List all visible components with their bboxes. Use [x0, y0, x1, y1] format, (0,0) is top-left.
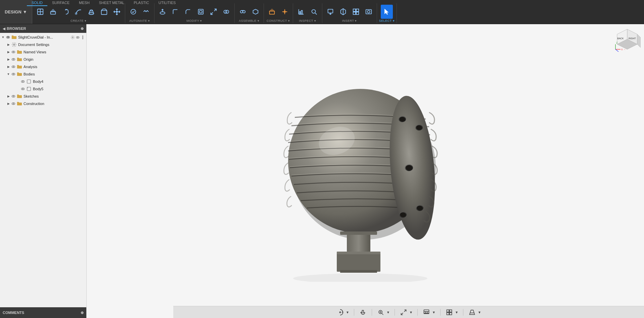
view-cube[interactable]: RIGHT BACK X → Z — [614, 28, 641, 54]
expand-named-views-icon[interactable]: ▶ — [6, 50, 11, 54]
automate-label[interactable]: AUTOMATE ▾ — [129, 19, 150, 22]
tab-solid[interactable]: SOLID — [27, 0, 47, 6]
tab-utilities[interactable]: UTILITIES — [154, 0, 180, 6]
expand-sketches-icon[interactable]: ▶ — [6, 94, 11, 99]
inspect-section: INSPECT ▾ — [293, 3, 322, 23]
origin-eye-icon[interactable] — [11, 57, 16, 62]
body4-eye-icon[interactable] — [20, 79, 25, 84]
svg-point-48 — [367, 10, 370, 13]
bodies-eye-icon[interactable] — [11, 72, 16, 76]
extrude-button[interactable] — [47, 5, 59, 19]
pan-button[interactable] — [358, 308, 368, 317]
browser-settings-icon[interactable]: ⊕ — [81, 26, 84, 31]
modify-label[interactable]: MODIFY ▾ — [187, 19, 202, 22]
svg-point-38 — [312, 10, 315, 13]
construct-label[interactable]: CONSTRUCT ▾ — [267, 19, 290, 22]
shell-button[interactable] — [195, 5, 207, 19]
toolbar: SOLID SURFACE MESH SHEET METAL PLASTIC U… — [0, 0, 644, 24]
new-component-button[interactable] — [34, 5, 46, 19]
revolve-button[interactable] — [60, 5, 72, 19]
assemble2-button[interactable] — [249, 5, 262, 19]
tree-body5[interactable]: ▶ Body5 — [0, 85, 86, 93]
tab-surface[interactable]: SURFACE — [47, 0, 74, 6]
grid-dropdown-icon[interactable]: ▾ — [454, 308, 459, 317]
perspective-button[interactable] — [467, 308, 477, 317]
insert1-button[interactable] — [324, 5, 336, 19]
select-label[interactable]: SELECT ▾ — [379, 19, 395, 22]
construction-eye-icon[interactable] — [11, 101, 16, 106]
tree-analysis[interactable]: ▶ Analysis — [0, 63, 86, 70]
named-views-eye-icon[interactable] — [11, 50, 16, 54]
construct1-button[interactable] — [266, 5, 278, 19]
analysis-label: Analysis — [24, 65, 37, 69]
root-eye-icon[interactable] — [6, 35, 10, 40]
fit-dropdown-icon[interactable]: ▾ — [409, 308, 413, 317]
expand-analysis-icon[interactable]: ▶ — [6, 64, 11, 69]
svg-text:X →: X → — [621, 48, 626, 51]
combine-button[interactable] — [220, 5, 232, 19]
body5-eye-icon[interactable] — [20, 87, 25, 91]
insert-label[interactable]: INSERT ▾ — [342, 19, 357, 22]
fit-button[interactable] — [399, 308, 408, 317]
tree-body4[interactable]: ▶ Body4 — [0, 78, 86, 85]
orbit-dropdown-icon[interactable]: ▾ — [345, 308, 350, 317]
tree-root[interactable]: ▼ SlightCruveDial - In... — [0, 34, 86, 41]
rib-button[interactable] — [98, 5, 110, 19]
sweep-button[interactable] — [73, 5, 85, 19]
comments-bar[interactable]: COMMENTS ⊕ — [0, 307, 86, 318]
fillet-button[interactable] — [169, 5, 181, 19]
expand-origin-icon[interactable]: ▶ — [6, 57, 11, 62]
zoom-button[interactable] — [376, 308, 385, 317]
tab-sheet-metal[interactable]: SHEET METAL — [94, 0, 129, 6]
assemble-label[interactable]: ASSEMBLE ▾ — [239, 19, 259, 22]
svg-point-50 — [8, 37, 9, 38]
chamfer-button[interactable] — [182, 5, 194, 19]
tree-bodies[interactable]: ▼ Bodies — [0, 70, 86, 78]
insert3-button[interactable] — [350, 5, 362, 19]
sketches-eye-icon[interactable] — [11, 94, 16, 99]
tree-named-views[interactable]: ▶ Named Views — [0, 48, 86, 56]
tree-document-settings[interactable]: ▶ Document Settings — [0, 41, 86, 48]
automate2-button[interactable] — [140, 5, 152, 19]
inspect1-button[interactable] — [295, 5, 307, 19]
root-options-icon[interactable] — [71, 35, 75, 40]
perspective-dropdown-icon[interactable]: ▾ — [477, 308, 482, 317]
inspect-label[interactable]: INSPECT ▾ — [299, 19, 316, 22]
tree-origin[interactable]: ▶ Origin — [0, 56, 86, 63]
orbit-button[interactable] — [335, 308, 345, 317]
tab-mesh[interactable]: MESH — [74, 0, 94, 6]
press-pull-button[interactable] — [156, 5, 169, 19]
expand-doc-settings-icon[interactable]: ▶ — [6, 42, 11, 47]
expand-bodies-icon[interactable]: ▼ — [6, 72, 11, 76]
construct2-button[interactable] — [279, 5, 291, 19]
automate1-button[interactable] — [127, 5, 139, 19]
comments-add-icon[interactable]: ⊕ — [81, 311, 84, 315]
tree-sketches[interactable]: ▶ Sketches — [0, 93, 86, 100]
expand-construction-icon[interactable]: ▶ — [6, 101, 11, 106]
move-copy-button[interactable] — [111, 5, 123, 19]
root-eye2-icon[interactable] — [76, 35, 80, 40]
expand-root-icon[interactable]: ▼ — [1, 35, 5, 40]
root-more-icon[interactable] — [81, 35, 85, 40]
sep6 — [463, 309, 463, 316]
display-button[interactable] — [422, 308, 431, 317]
tab-plastic[interactable]: PLASTIC — [129, 0, 154, 6]
assemble1-button[interactable] — [237, 5, 249, 19]
grid-button[interactable] — [445, 308, 454, 317]
svg-rect-91 — [340, 231, 377, 235]
insert2-button[interactable] — [337, 5, 349, 19]
scale-button[interactable] — [208, 5, 220, 19]
create-label[interactable]: CREATE ▾ — [71, 19, 86, 22]
viewport[interactable]: RIGHT BACK X → Z ▾ — [87, 24, 644, 318]
loft-button[interactable] — [85, 5, 97, 19]
inspect2-button[interactable] — [308, 5, 320, 19]
analysis-eye-icon[interactable] — [11, 64, 16, 69]
tree-construction[interactable]: ▶ Construction — [0, 100, 86, 107]
collapse-browser-icon[interactable]: ◀ — [3, 27, 5, 31]
assemble-section: ASSEMBLE ▾ — [235, 3, 264, 23]
insert4-button[interactable] — [363, 5, 375, 19]
select-button[interactable] — [381, 5, 393, 19]
sep4 — [417, 309, 418, 316]
zoom-dropdown-icon[interactable]: ▾ — [386, 308, 390, 317]
display-dropdown-icon[interactable]: ▾ — [431, 308, 436, 317]
